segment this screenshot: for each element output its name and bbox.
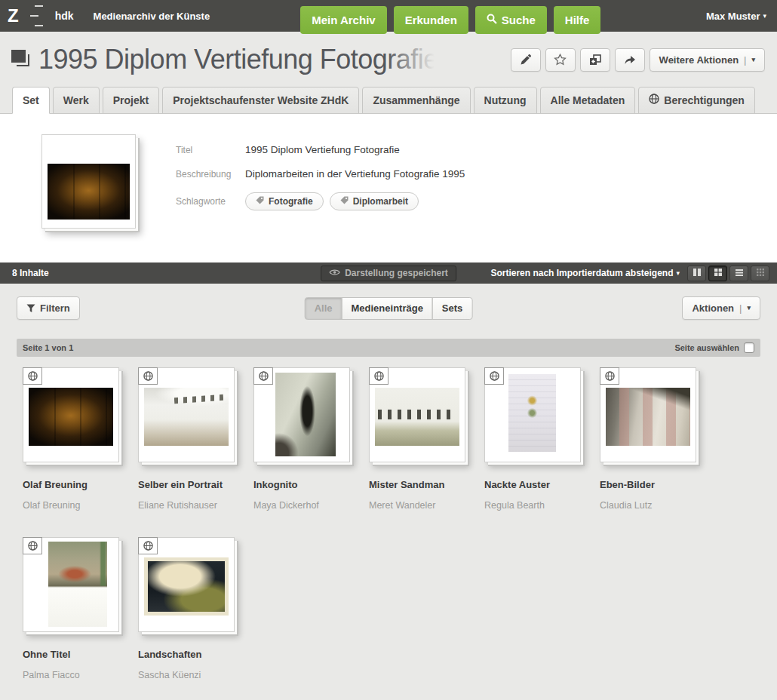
results-grid: Olaf Breuning Olaf Breuning Selber ein P… — [23, 367, 724, 700]
zhdk-z-logo[interactable]: Z — [8, 5, 18, 26]
nav-suche-button[interactable]: Suche — [475, 6, 547, 34]
select-page-label: Seite auswählen — [674, 343, 739, 352]
grid-item: Selber ein Portrait Eliane Rutishauser — [138, 367, 253, 537]
public-badge — [253, 367, 273, 385]
filter-button[interactable]: Filtern — [17, 296, 80, 320]
set-thumbnail[interactable] — [41, 134, 136, 229]
item-author: Meret Wandeler — [369, 500, 484, 511]
view-columns-button[interactable] — [687, 266, 706, 281]
saved-view-button[interactable]: Darstellung gespeichert — [321, 266, 456, 281]
user-menu[interactable]: Max Muster ▾ — [706, 11, 766, 22]
segment-medieneintraege[interactable]: Medieneinträge — [342, 297, 433, 320]
add-to-set-button[interactable] — [580, 48, 610, 72]
item-author: Sascha Küenzi — [138, 670, 253, 680]
item-title[interactable]: Olaf Breuning — [23, 479, 138, 490]
item-thumbnail[interactable] — [23, 367, 119, 462]
public-badge — [369, 367, 388, 385]
grid-item: Olaf Breuning Olaf Breuning — [23, 367, 138, 537]
set-thumbnail-image — [48, 164, 130, 220]
tab-projekt[interactable]: Projekt — [103, 87, 159, 114]
hdk-logo-text[interactable]: hdk — [55, 10, 74, 22]
item-author: Palma Fiacco — [23, 670, 138, 680]
segment-sets[interactable]: Sets — [432, 297, 472, 320]
item-thumbnail[interactable] — [23, 537, 119, 632]
list-view-icon — [735, 268, 744, 279]
beschreibung-value: Diplomarbeiten in der Vertiefung Fotogra… — [245, 168, 465, 180]
favorite-button[interactable] — [545, 48, 576, 72]
item-image — [144, 388, 229, 446]
public-badge — [138, 367, 158, 385]
add-to-set-icon — [589, 54, 601, 66]
tab-set[interactable]: Set — [12, 87, 50, 114]
share-button[interactable] — [615, 48, 645, 72]
tab-nutzung[interactable]: Nutzung — [474, 87, 537, 114]
item-title[interactable]: Mister Sandman — [369, 479, 484, 490]
view-grid-button[interactable] — [708, 266, 727, 281]
beschreibung-label: Beschreibung — [176, 169, 245, 180]
tab-alle-metadaten[interactable]: Alle Metadaten — [540, 87, 636, 114]
tab-zusammenhaenge[interactable]: Zusammenhänge — [362, 87, 470, 114]
item-title[interactable]: Nackte Auster — [484, 479, 600, 490]
item-image — [375, 388, 459, 446]
header-actions: Weitere Aktionen | ▾ — [511, 48, 765, 72]
page-title: 1995 Diplom Vertiefung Fotografie — [38, 44, 438, 75]
grid-item: Landschaften Sascha Küenzi — [138, 537, 253, 700]
nav-erkunden-button[interactable]: Erkunden — [394, 6, 468, 34]
item-thumbnail[interactable] — [369, 367, 465, 462]
more-actions-button[interactable]: Weitere Aktionen | ▾ — [650, 48, 765, 72]
star-icon — [554, 54, 567, 66]
tab-berechtigungen[interactable]: Berechtigungen — [638, 87, 755, 114]
nav-hilfe-button[interactable]: Hilfe — [554, 6, 601, 34]
item-thumbnail[interactable] — [138, 537, 235, 632]
nav-mein-archiv-button[interactable]: Mein Archiv — [300, 6, 386, 34]
pencil-icon — [520, 54, 531, 66]
tab-werk[interactable]: Werk — [53, 87, 100, 114]
grid-view-icon — [714, 268, 723, 279]
item-thumbnail[interactable] — [138, 367, 235, 462]
view-mode-switcher — [687, 266, 769, 281]
item-thumbnail[interactable] — [253, 367, 350, 462]
tag-icon — [340, 196, 349, 207]
tag-fotografie[interactable]: Fotografie — [245, 192, 324, 210]
sort-dropdown[interactable]: Sortieren nach Importierdatum absteigend… — [490, 268, 680, 278]
tag-diplomarbeit[interactable]: Diplomarbeit — [330, 192, 419, 210]
titel-value: 1995 Diplom Vertiefung Fotografie — [245, 144, 400, 155]
item-image — [29, 388, 113, 446]
type-filter-segments: Alle Medieneinträge Sets — [305, 297, 473, 320]
public-badge — [23, 537, 42, 554]
set-detail-panel: Titel 1995 Diplom Vertiefung Fotografie … — [0, 113, 777, 262]
item-author: Eliane Rutishauser — [138, 500, 253, 511]
item-thumbnail[interactable] — [600, 367, 696, 462]
funnel-icon — [26, 304, 35, 313]
content-toolbar: 8 Inhalte Darstellung gespeichert Sortie… — [0, 262, 777, 284]
grid-item: Nackte Auster Regula Bearth — [484, 367, 600, 537]
content-count: 8 Inhalte — [12, 268, 49, 278]
set-stack-icon — [11, 49, 31, 71]
item-title[interactable]: Inkognito — [253, 479, 369, 490]
page-info: Seite 1 von 1 — [23, 343, 73, 352]
titel-label: Titel — [176, 145, 245, 155]
chevron-down-icon: ▾ — [751, 57, 755, 63]
schlagworte-label: Schlagworte — [176, 196, 245, 207]
item-image — [48, 542, 107, 627]
item-title[interactable]: Eben-Bilder — [600, 479, 715, 490]
tab-projektschaufenster[interactable]: Projektschaufenster Website ZHdK — [162, 87, 359, 114]
edit-button[interactable] — [511, 48, 541, 72]
view-tiles-button[interactable] — [751, 266, 769, 281]
item-image — [275, 373, 336, 456]
item-author: Regula Bearth — [484, 500, 600, 511]
page-bar: Seite 1 von 1 Seite auswählen — [17, 339, 760, 357]
item-title[interactable]: Landschaften — [138, 649, 253, 660]
item-image — [606, 388, 690, 446]
view-list-button[interactable] — [729, 266, 748, 281]
eye-icon — [329, 268, 340, 278]
actions-button[interactable]: Aktionen | ▾ — [682, 296, 760, 320]
item-title[interactable]: Ohne Titel — [23, 649, 138, 660]
item-title[interactable]: Selber ein Portrait — [138, 479, 253, 490]
filter-row: Filtern Alle Medieneinträge Sets Aktione… — [0, 284, 777, 320]
segment-alle[interactable]: Alle — [305, 297, 342, 320]
select-page-checkbox[interactable] — [744, 342, 754, 353]
app-name[interactable]: Medienarchiv der Künste — [94, 11, 210, 22]
item-thumbnail[interactable] — [484, 367, 581, 462]
tag-icon — [256, 196, 264, 207]
